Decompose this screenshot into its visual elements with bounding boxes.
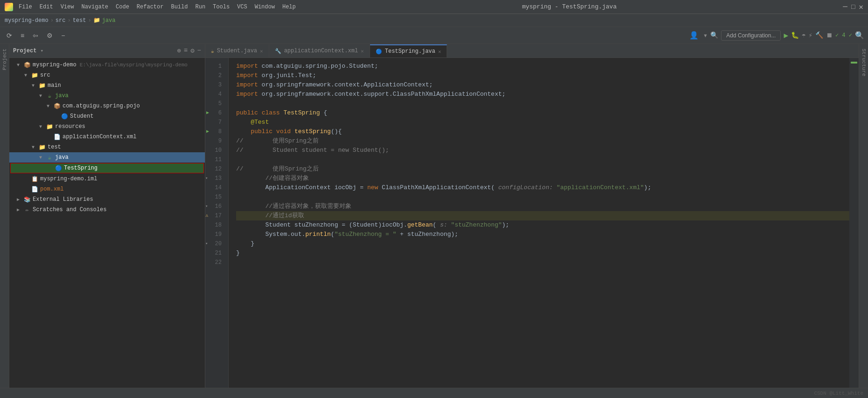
menu-window[interactable]: Window [255, 4, 275, 10]
checkmark-status: ✓ 4 ✓ [835, 32, 852, 39]
tree-label-java-main: java [55, 92, 69, 99]
toolbar-sync-btn[interactable]: ⟳ [4, 30, 15, 41]
maximize-button[interactable]: □ [851, 3, 855, 11]
line-num-3: 3 [205, 80, 224, 90]
build-button[interactable]: 🔨 [815, 31, 823, 39]
project-panel: Project ▾ ⊕ ≡ ⚙ − ▼ 📦 myspring-demo E:\j… [9, 44, 205, 388]
menu-tools[interactable]: Tools [213, 4, 230, 10]
project-panel-header: Project ▾ ⊕ ≡ ⚙ − [9, 44, 205, 58]
toolbar-tree-btn[interactable]: ≡ [18, 30, 27, 41]
fold-icon-13[interactable]: ▾ [205, 174, 208, 183]
line-num-1: 1 [205, 62, 224, 71]
menu-run[interactable]: Run [195, 4, 205, 10]
tree-label-scratches: Scratches and Consoles [33, 206, 106, 213]
menu-vcs[interactable]: VCS [237, 4, 247, 10]
code-line-20: } [236, 239, 849, 249]
run-gutter-icon-8[interactable]: ▶ [206, 127, 209, 136]
line-num-5: 5 [205, 99, 224, 108]
project-sidebar-tab[interactable]: Project [1, 44, 8, 75]
scratch-icon: ✏ [23, 206, 31, 213]
menu-view[interactable]: View [61, 4, 74, 10]
java-source-icon: ☕ [46, 92, 53, 100]
breadcrumb-project[interactable]: myspring-demo [5, 17, 49, 24]
tab-student-java[interactable]: ☕ Student.java ✕ [205, 44, 269, 57]
search-icon[interactable]: 🔍 [710, 31, 718, 39]
tree-label-src: src [40, 72, 50, 78]
tree-item-resources[interactable]: ▼ 📁 resources [9, 121, 205, 132]
panel-settings-icon[interactable]: ⚙ [190, 47, 194, 55]
tree-item-test[interactable]: ▼ 📁 test [9, 142, 205, 152]
code-line-19: System.out.println("stuZhenzhong = " + s… [236, 230, 849, 239]
tree-item-appctx[interactable]: ▶ 📄 applicationContext.xml [9, 132, 205, 142]
java-file-icon-student: ☕ [211, 48, 214, 54]
panel-sync-icon[interactable]: ⊕ [177, 47, 181, 55]
line-num-4: 4 [205, 90, 224, 99]
run-button[interactable]: ▶ [784, 31, 788, 40]
main-layout: Project Project ▾ ⊕ ≡ ⚙ − ▼ 📦 myspring-d… [0, 44, 868, 388]
toolbar-minimize-panel-btn[interactable]: − [58, 30, 68, 41]
search-everywhere-icon[interactable]: 🔍 [855, 31, 864, 40]
tree-item-iml[interactable]: ▶ 📋 myspring-demo.iml [9, 174, 205, 184]
tree-item-external-libs[interactable]: ▶ 📚 External Libraries [9, 194, 205, 205]
tab-close-testspring[interactable]: ✕ [438, 49, 441, 55]
tree-item-src[interactable]: ▼ 📁 src [9, 70, 205, 80]
tree-item-pom[interactable]: ▶ 📄 pom.xml [9, 184, 205, 194]
stop-button[interactable]: ⏹ [826, 32, 833, 39]
breadcrumb-test[interactable]: test [73, 17, 86, 24]
fold-icon-20[interactable]: ▾ [205, 239, 208, 249]
menu-navigate[interactable]: Navigate [81, 4, 108, 10]
close-button[interactable]: ✕ [859, 2, 863, 12]
add-configuration-button[interactable]: Add Configuration... [721, 30, 781, 41]
menu-edit[interactable]: Edit [40, 4, 53, 10]
tree-item-scratches[interactable]: ▶ ✏ Scratches and Consoles [9, 205, 205, 215]
code-line-9: // 使用Spring之前 [236, 136, 849, 146]
test-class-icon: 🔵 [55, 164, 62, 172]
line-num-15: 15 [205, 192, 224, 202]
menu-build[interactable]: Build [171, 4, 188, 10]
fold-icon-16[interactable]: ▾ [205, 202, 208, 211]
run-gutter-icon-6[interactable]: ▶ [206, 108, 209, 118]
breadcrumb-src[interactable]: src [56, 17, 66, 24]
menu-file[interactable]: File [19, 4, 32, 10]
line-num-17: ⚠ 17 [205, 211, 224, 220]
user-icon[interactable]: 👤 ▾ [689, 31, 707, 40]
tree-item-main[interactable]: ▼ 📁 main [9, 80, 205, 91]
tree-item-student[interactable]: ▶ 🔵 Student [9, 111, 205, 121]
line-num-21: 21 [205, 249, 224, 258]
toolbar-collapse-btn[interactable]: ⇦ [30, 30, 41, 41]
panel-close-icon[interactable]: − [197, 47, 201, 55]
menu-code[interactable]: Code [116, 4, 129, 10]
code-editor[interactable]: import com.atguigu.spring.pojo.Student; … [229, 58, 849, 388]
coverage-button[interactable]: ☂ [802, 31, 805, 39]
menu-refactor[interactable]: Refactor [137, 4, 164, 10]
profile-button[interactable]: ⚡ [809, 31, 812, 39]
tab-close-student[interactable]: ✕ [260, 48, 263, 54]
line-num-11: 11 [205, 155, 224, 164]
breadcrumb-java[interactable]: java [102, 17, 116, 24]
debug-button[interactable]: 🐛 [791, 31, 799, 39]
tab-testspring-java[interactable]: 🔵 TestSpring.java ✕ [370, 44, 448, 57]
code-line-1: import com.atguigu.spring.pojo.Student; [236, 62, 849, 71]
window-controls[interactable]: ─ □ ✕ [843, 2, 863, 12]
tree-item-myspring-demo[interactable]: ▼ 📦 myspring-demo E:\java-file\myspring\… [9, 60, 205, 70]
panel-dropdown-icon[interactable]: ▾ [40, 48, 43, 54]
toolbar-settings-btn[interactable]: ⚙ [44, 30, 56, 41]
code-line-18: Student stuZhenzhong = (Student)iocObj.g… [236, 220, 849, 230]
code-line-3: import org.springframework.context.Appli… [236, 80, 849, 90]
minimize-button[interactable]: ─ [843, 3, 847, 11]
menu-help[interactable]: Help [282, 4, 296, 10]
project-icon: 📦 [23, 61, 31, 69]
structure-tab[interactable]: Structure [860, 44, 868, 81]
panel-collapse-icon[interactable]: ≡ [184, 47, 188, 55]
tree-item-java-test[interactable]: ▼ ☕ java [9, 152, 205, 163]
tab-close-appctx[interactable]: ✕ [361, 48, 364, 54]
menu-bar[interactable]: File Edit View Navigate Code Refactor Bu… [19, 4, 296, 10]
tree-label-external-libs: External Libraries [33, 196, 93, 203]
pom-icon: 📄 [31, 185, 38, 193]
tree-item-package[interactable]: ▼ 📦 com.atguigu.spring.pojo [9, 101, 205, 111]
tab-appctx-xml[interactable]: 🔧 applicationContext.xml ✕ [269, 44, 370, 57]
code-line-16: //通过容器对象，获取需要对象 [236, 202, 849, 211]
tree-item-testspring[interactable]: ▶ 🔵 TestSpring [10, 163, 204, 173]
tree-item-java-main[interactable]: ▼ ☕ java [9, 91, 205, 101]
line-num-8: ▶ 8 [205, 127, 224, 136]
